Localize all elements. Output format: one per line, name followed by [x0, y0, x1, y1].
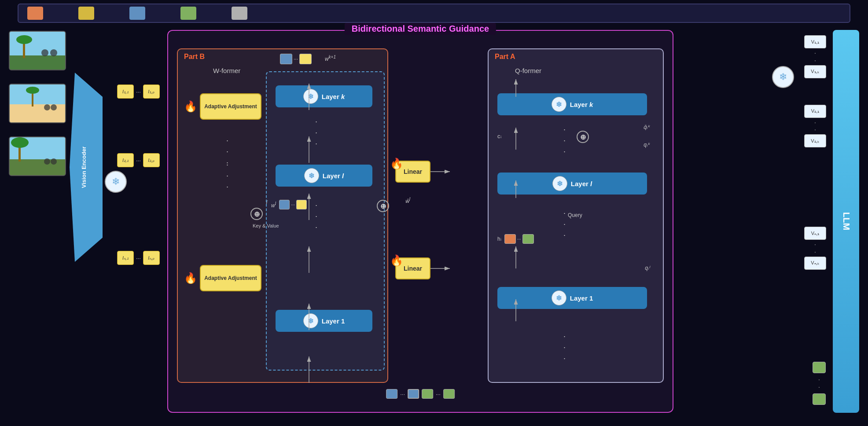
label-i11: I₁,₁: [117, 84, 134, 99]
layer-l-a: ❄ Layer l: [497, 173, 647, 195]
bsg-container: Bidirectional Semantic Guidance Part B W…: [167, 30, 673, 413]
svg-point-11: [51, 104, 57, 110]
layer-l-b: ❄ Layer l: [276, 165, 372, 187]
label-inp: Iₙ,ₚ: [143, 251, 160, 265]
token-box-3: [129, 7, 145, 20]
linear-label-bottom: Linear: [404, 265, 422, 272]
bottom-dots-2: ···: [436, 391, 441, 397]
vision-encoder: Vision Encoder: [70, 73, 103, 262]
layer-l-label-a: Layer l: [571, 180, 592, 187]
v21-group: V₂,₁ ·· V₂,ₖ: [804, 105, 826, 148]
adaptive-box-top: Adaptive Adjustment: [200, 93, 261, 120]
layer-k-label-b: Layer k: [322, 93, 345, 100]
vertical-dots-2: ···: [226, 159, 228, 193]
plus-circle-center: ⊕: [250, 208, 263, 220]
svg-point-9: [26, 87, 39, 94]
wl-tokens: wl ···: [271, 200, 307, 209]
vnk-box: Vₙ,ₖ: [804, 257, 826, 270]
top-token-bar: [18, 4, 850, 23]
layer-1-label-a: Layer 1: [570, 294, 593, 302]
plus-circle-wbar: ⊕: [377, 200, 389, 212]
image-labels-row1: I₁,₁ ··· I₁,ₚ: [117, 84, 160, 99]
inner-dots-1: ···: [315, 116, 317, 150]
bottom-token-1: [386, 389, 397, 399]
snowflake-layer-1-b: ❄: [303, 313, 318, 328]
w-former-label: W-former: [213, 67, 240, 74]
svg-rect-0: [10, 32, 66, 55]
svg-rect-1: [10, 55, 66, 70]
wk1-token-1: [280, 54, 292, 64]
token-box-5: [232, 7, 247, 20]
bottom-green-1: [813, 362, 826, 373]
svg-point-15: [11, 137, 29, 148]
label-in1: Iₙ,₁: [117, 251, 134, 265]
fire-linear-bottom: 🔥: [390, 254, 403, 267]
svg-rect-7: [10, 104, 66, 123]
v21-dots: ··: [814, 119, 816, 134]
hi-token-2: [522, 234, 534, 244]
scene-image-3: [9, 136, 66, 176]
v11-box: V₁,₁: [804, 35, 826, 48]
snowflake-layer-l-b: ❄: [304, 168, 319, 183]
adaptive-label-bottom: Adaptive Adjustment: [204, 275, 257, 281]
hi-label: hᵢ: [497, 236, 501, 242]
label-i1p: I₁,ₚ: [143, 84, 160, 99]
left-images-column: [9, 31, 66, 176]
v11-group: V₁,₁ ·· V₁,ₖ: [804, 35, 826, 78]
plus-circle-a: ⊕: [577, 131, 589, 143]
vn1-dots: ··: [814, 241, 816, 256]
q-bar-k-label: q̄ᵢᵏ: [643, 124, 650, 130]
bottom-dots-1: ···: [400, 391, 405, 397]
scene-image-1: [9, 31, 66, 70]
bottom-token-4: [443, 389, 455, 399]
svg-text:Vision Encoder: Vision Encoder: [81, 147, 87, 188]
scene-image-2: [9, 84, 66, 123]
svg-point-17: [51, 158, 57, 165]
hi-token-1: [504, 234, 516, 244]
bottom-green-tokens: ··: [813, 362, 826, 405]
layer-k-b: ❄ Layer k: [276, 85, 372, 107]
vn1-group: Vₙ,₁ ·· Vₙ,ₖ: [804, 227, 826, 270]
adaptive-top-group: 🔥 Adaptive Adjustment: [184, 93, 261, 120]
layer-1-a: ❄ Layer 1: [497, 287, 647, 309]
token-box-1: [27, 7, 43, 20]
layer-k-label-a: Layer k: [570, 101, 593, 108]
inner-dots-2: ···: [315, 200, 317, 233]
adaptive-label-top: Adaptive Adjustment: [204, 103, 257, 110]
dots-rowN: ···: [136, 255, 141, 261]
llm-bar: LLM: [833, 30, 859, 413]
dots-row1: ···: [136, 88, 141, 95]
layer-l-label-b: Layer l: [323, 172, 344, 180]
bottom-token-3: [422, 389, 433, 399]
q-former-label: Q-former: [515, 67, 541, 74]
label-i2p: I₂,ₚ: [143, 153, 160, 167]
bsg-title: Bidirectional Semantic Guidance: [345, 23, 496, 35]
part-b: Part B W-former 🔥 Adaptive Adjustment ··…: [177, 48, 388, 383]
wk1-token-2: [299, 54, 312, 64]
part-a: Part A Q-former ❄ Layer k q̄ᵢᵏ cᵢ ⊕ qᵢᵏ …: [488, 48, 664, 383]
llm-label: LLM: [841, 212, 851, 230]
fire-icon-bottom: 🔥: [184, 272, 197, 284]
svg-point-4: [41, 49, 48, 56]
wl-dots: ···: [291, 202, 295, 207]
wl-token-1: [279, 200, 290, 209]
svg-point-3: [16, 35, 32, 44]
wl-token-2: [296, 200, 307, 209]
svg-point-10: [44, 104, 50, 110]
part-b-title: Part B: [184, 53, 205, 61]
svg-point-16: [44, 158, 50, 165]
linear-label-top: Linear: [404, 168, 422, 175]
a-dots-1: ···: [563, 124, 566, 158]
adaptive-bottom-group: 🔥 Adaptive Adjustment: [184, 265, 261, 291]
v11-dots: ··: [814, 49, 816, 64]
a-dots-3: ···: [563, 331, 566, 364]
svg-rect-6: [10, 84, 66, 104]
image-labels-rowN: Iₙ,₁ ··· Iₙ,ₚ: [117, 251, 160, 265]
label-i21: I₂,₁: [117, 153, 134, 167]
wl-label: wl: [271, 201, 276, 209]
wk1-dots: ···: [294, 56, 298, 62]
part-a-title: Part A: [495, 53, 515, 61]
bottom-tokens: ··· ···: [386, 389, 455, 399]
snowflake-layer-l-a: ❄: [552, 176, 567, 191]
dots-row2: ···: [136, 157, 141, 164]
